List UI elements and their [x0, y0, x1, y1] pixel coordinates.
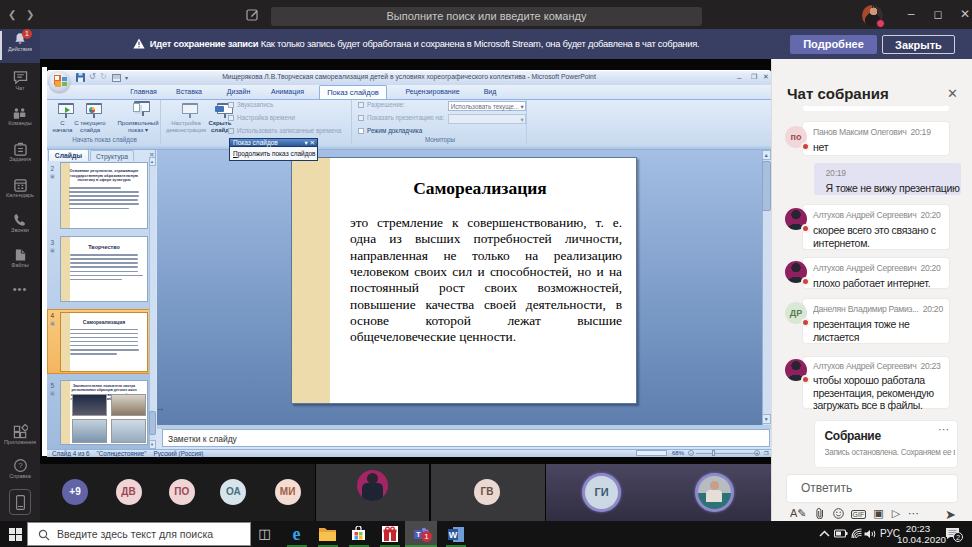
svg-text:?: ? — [18, 461, 23, 470]
svg-text:W: W — [448, 530, 457, 540]
